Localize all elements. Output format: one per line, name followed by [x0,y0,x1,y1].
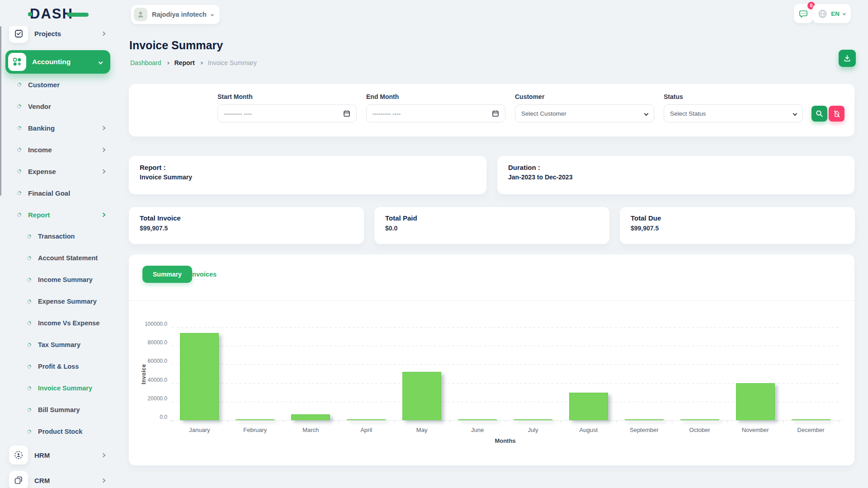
x-axis-tick-label: May [394,427,450,433]
sidebar-item-vendor[interactable]: Vendor [0,95,117,117]
duration-info-value: Jan-2023 to Dec-2023 [508,174,844,181]
chart-bar-october[interactable] [680,419,719,420]
sidebar-item-income-summary[interactable]: Income Summary [0,269,117,291]
x-axis-tick-label: August [561,427,616,433]
total-due-card: Total Due $99,907.5 [620,207,855,244]
sidebar-item-label: HRM [34,451,50,459]
sidebar-item-invoice-summary[interactable]: Invoice Summary [0,377,117,399]
apply-filter-button[interactable] [811,106,827,122]
tab-invoices[interactable]: Invoices [190,266,217,283]
axis-tick [172,421,172,423]
chart-bar-december[interactable] [792,419,830,420]
x-axis-tick-label: March [283,427,339,433]
x-axis-tick-label: December [783,427,839,433]
chevron-right-icon [101,147,106,152]
start-month-field: Start Month --------- ---- [217,93,357,122]
download-report-button[interactable] [839,50,856,67]
sidebar-item-income-vs-expense[interactable]: Income Vs Expense [0,312,117,334]
sidebar-item-income[interactable]: Income [0,139,117,160]
axis-tick [394,421,395,423]
total-paid-label: Total Paid [385,214,599,222]
bullet-icon [26,364,32,370]
sidebar-item-report[interactable]: Report [0,204,117,225]
axis-tick [450,421,450,423]
chart-bar-february[interactable] [236,419,274,420]
sidebar-item-accounting[interactable]: Accounting [5,50,110,74]
chevron-down-icon [793,111,797,116]
sidebar-item-label: CRM [34,477,50,484]
app-logo[interactable]: DASH [30,6,84,21]
sidebar-item-bill-summary[interactable]: Bill Summary [0,399,117,421]
sidebar-item-label: Finacial Goal [28,189,70,197]
sidebar-item-hrm[interactable]: HRM [0,442,117,468]
chart-bar-september[interactable] [625,419,664,420]
status-select[interactable]: Select Status [664,104,803,122]
chart-bar-april[interactable] [347,419,386,420]
chevron-right-icon [166,61,169,64]
sidebar-item-crm[interactable]: CRM [0,468,117,488]
x-axis-tick-label: October [672,427,727,433]
messages-button[interactable]: 0 [794,4,813,23]
checkbox-icon [9,26,28,43]
sidebar-item-expense[interactable]: Expense [0,160,117,182]
chart-bar-column: June [450,328,505,421]
start-month-input[interactable]: --------- ---- [217,104,357,122]
sidebar-item-label: Accounting [32,58,71,66]
axis-tick [672,421,672,423]
sidebar-item-expense-summary[interactable]: Expense Summary [0,291,117,312]
axis-tick [839,421,839,423]
chart-bar-november[interactable] [736,383,775,420]
sidebar-item-account-statement[interactable]: Account Statement [0,247,117,269]
customer-selected-value: Select Customer [521,110,645,117]
reset-filter-button[interactable] [829,106,844,122]
chart-bar-column: May [394,328,450,421]
x-axis-title: Months [495,437,515,444]
report-info-title: Report : [140,164,476,171]
chart-bar-august[interactable] [569,393,608,420]
sidebar-scrollbar[interactable] [0,26,1,196]
company-avatar [134,8,147,21]
language-selector[interactable]: EN [812,4,851,23]
sidebar-item-customer[interactable]: Customer [0,74,117,95]
sidebar-item-transaction[interactable]: Transaction [0,225,117,247]
x-axis-tick-label: June [450,427,505,433]
chart-bar-column: March [283,328,339,421]
globe-icon [818,9,827,19]
chart-bar-column: November [727,328,783,421]
sidebar-nav: ProjectsAccountingCustomerVendorBankingI… [0,26,117,488]
sidebar-item-label: Projects [34,30,61,38]
breadcrumb-dashboard[interactable]: Dashboard [130,59,161,66]
breadcrumb-current: Invoice Summary [208,59,257,66]
tab-summary[interactable]: Summary [142,266,192,283]
sidebar-item-profit-loss[interactable]: Profit & Loss [0,356,117,377]
bullet-icon [26,342,32,348]
sidebar-item-finacial-goal[interactable]: Finacial Goal [0,182,117,204]
logo-bar [67,13,89,17]
company-selector[interactable]: Rajodiya infotech [131,5,220,24]
customer-select[interactable]: Select Customer [515,104,654,122]
sidebar-item-product-stock[interactable]: Product Stock [0,421,117,442]
end-month-placeholder: --------- ---- [373,110,492,117]
chart-bar-june[interactable] [458,419,497,420]
breadcrumb-report[interactable]: Report [175,59,195,66]
sidebar-item-label: Transaction [38,233,75,240]
end-month-input[interactable]: --------- ---- [366,104,505,122]
chart-bar-march[interactable] [291,414,330,420]
chart-bar-may[interactable] [402,372,441,420]
filter-card: Start Month --------- ---- End Month ---… [129,84,854,136]
sidebar-item-tax-summary[interactable]: Tax Summary [0,334,117,356]
chevron-down-icon [211,13,214,16]
sidebar-item-label: Expense [28,168,56,175]
report-info-value: Invoice Summary [140,174,476,181]
chart-bar-january[interactable] [180,333,219,420]
sidebar-item-projects[interactable]: Projects [0,26,117,45]
chevron-right-icon [101,31,106,36]
bullet-icon [26,407,32,413]
bullet-icon [16,82,22,88]
chevron-right-icon [101,478,106,483]
sidebar-item-label: Banking [28,124,55,132]
x-axis-tick-label: April [339,427,394,433]
sidebar-item-label: Customer [28,81,60,89]
chart-bar-july[interactable] [514,419,552,420]
sidebar-item-banking[interactable]: Banking [0,117,117,139]
